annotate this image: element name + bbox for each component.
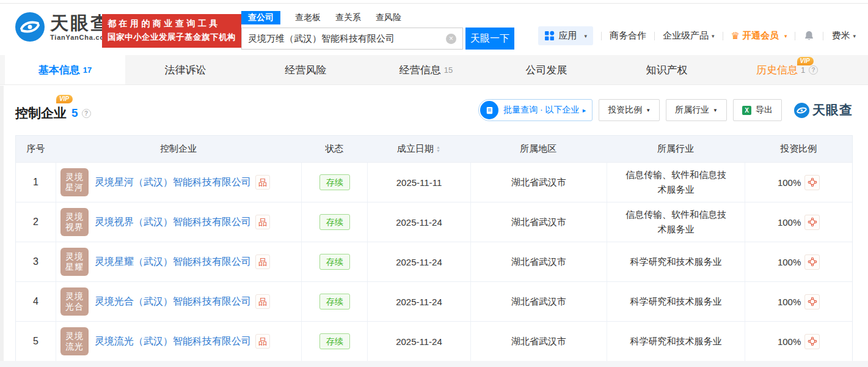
help-question-icon[interactable]: ?	[82, 109, 91, 118]
company-cell: 灵境星河 灵境星河（武汉）智能科技有限公司 品	[56, 163, 301, 202]
batch-query-button[interactable]: 批量查询 · 以下企业 ▸	[478, 99, 593, 121]
apps-label: 应用	[559, 30, 577, 42]
nav-divider	[723, 32, 723, 40]
nav-divider	[795, 32, 795, 40]
equity-penetration-icon[interactable]	[804, 294, 820, 310]
tianyancha-watermark-text: 天眼查	[812, 102, 853, 119]
equity-penetration-icon[interactable]	[804, 215, 820, 230]
col-header-ratio: 投资比例	[745, 136, 852, 162]
tianyancha-logo[interactable]: 天眼查 TianYanCha.com	[15, 12, 111, 42]
company-link[interactable]: 灵境视界（武汉）智能科技有限公司	[95, 216, 251, 229]
sort-icon[interactable]: ▲▼	[436, 146, 440, 153]
status-cell: 存续	[301, 163, 367, 202]
slogan-line1: 都在用的商业查询工具	[108, 18, 236, 29]
nav-item-cooperation[interactable]: 商务合作	[610, 30, 646, 42]
crown-icon: ♛	[731, 30, 740, 42]
search-tab-risk[interactable]: 查风险	[376, 12, 401, 23]
status-cell: 存续	[301, 282, 367, 321]
row-index: 2	[16, 202, 56, 242]
user-menu[interactable]: 费米 ▾	[831, 30, 856, 42]
export-button[interactable]: X 导出	[733, 99, 782, 121]
ratio-value: 100%	[778, 257, 801, 267]
org-chart-icon[interactable]: 品	[255, 175, 270, 190]
tab-basic-info[interactable]: 基本信息 17	[5, 55, 125, 84]
search-tab-relation[interactable]: 查关系	[335, 12, 361, 23]
date-cell: 2025-11-24	[367, 202, 470, 242]
tab-history-info[interactable]: VIP 历史信息 1 ?	[727, 55, 847, 84]
tab-count: 15	[444, 65, 453, 75]
col-header-industry: 所属行业	[607, 136, 745, 162]
search-tab-company[interactable]: 查公司	[241, 11, 280, 24]
company-cell: 灵境视界 灵境视界（武汉）智能科技有限公司 品	[56, 202, 301, 242]
tianyancha-watermark-icon	[794, 103, 809, 118]
excel-icon: X	[742, 106, 751, 115]
status-cell: 存续	[301, 202, 367, 242]
search-submit-button[interactable]: 天眼一下	[465, 28, 514, 50]
company-link[interactable]: 灵境光合（武汉）智能科技有限公司	[95, 295, 251, 308]
page-left-edge	[0, 86, 4, 367]
search-tabs: 查公司 查老板 查关系 查风险	[241, 10, 516, 24]
tab-label: 经营风险	[285, 63, 327, 77]
tab-intellectual-property[interactable]: 知识产权	[607, 55, 727, 84]
filter-label: 投资比例	[608, 105, 642, 116]
industry-filter[interactable]: 所属行业 ▼	[666, 99, 727, 121]
table-row: 1 灵境星河 灵境星河（武汉）智能科技有限公司 品 存续 2025-11-11 …	[16, 162, 852, 202]
table-header: 序号 控制企业 状态 成立日期 ▲▼ 所属地区 所属行业 投资比例	[16, 136, 852, 162]
ratio-cell: 100%	[745, 163, 852, 202]
company-link[interactable]: 灵境星河（武汉）智能科技有限公司	[95, 176, 251, 189]
vip-badge: VIP	[797, 57, 814, 65]
tab-operation-risk[interactable]: 经营风险	[246, 55, 366, 84]
equity-penetration-icon[interactable]	[804, 175, 820, 190]
industry-cell: 科学研究和技术服务业	[607, 282, 745, 321]
company-cell: 灵境星耀 灵境星耀（武汉）智能科技有限公司 品	[56, 242, 301, 281]
tab-legal-litigation[interactable]: 法律诉讼	[125, 55, 246, 84]
org-chart-icon[interactable]: 品	[255, 215, 270, 229]
chevron-down-icon: ▾	[853, 33, 856, 39]
membership-label: 开通会员	[742, 30, 779, 42]
org-chart-icon[interactable]: 品	[255, 254, 270, 269]
status-badge: 存续	[319, 333, 350, 349]
org-chart-icon[interactable]: 品	[255, 334, 270, 349]
clear-search-icon[interactable]: ×	[446, 34, 456, 44]
open-membership-button[interactable]: ♛ 开通会员 ▾	[731, 30, 787, 42]
company-link[interactable]: 灵境星耀（武汉）智能科技有限公司	[95, 256, 251, 269]
col-header-region: 所属地区	[470, 136, 607, 162]
enterprise-label: 企业级产品	[663, 30, 709, 42]
nav-item-enterprise[interactable]: 企业级产品 ▾	[663, 30, 715, 42]
industry-cell: 信息传输、软件和信息技术服务业	[607, 202, 745, 242]
equity-penetration-icon[interactable]	[804, 334, 820, 349]
col-header-status: 状态	[301, 136, 367, 162]
region-cell: 湖北省武汉市	[470, 242, 607, 281]
tab-company-development[interactable]: 公司发展	[486, 55, 607, 84]
search-input[interactable]	[242, 28, 443, 49]
arrow-right-icon: ▸	[583, 106, 586, 114]
help-question-icon[interactable]: ?	[809, 65, 818, 75]
apps-grid-icon	[544, 31, 555, 41]
site-header: 天眼查 TianYanCha.com 都在用的商业查询工具 国家中小企业发展子基…	[0, 4, 868, 55]
search-input-wrap: ×	[241, 28, 463, 50]
section-toolbar: 批量查询 · 以下企业 ▸ 投资比例 ▼ 所属行业 ▼ X 导出 天眼查	[478, 99, 853, 121]
company-avatar: 灵境星耀	[60, 248, 89, 276]
industry-cell: 科学研究和技术服务业	[607, 322, 745, 361]
chevron-down-icon: ▼	[713, 108, 718, 113]
date-cell: 2025-11-11	[367, 163, 470, 202]
investment-ratio-filter[interactable]: 投资比例 ▼	[599, 99, 660, 121]
notification-bell-icon[interactable]	[803, 30, 815, 42]
export-label: 导出	[756, 105, 773, 116]
company-tab-bar: 基本信息 17 法律诉讼 经营风险 经营信息 15 公司发展 知识产权 VIP …	[0, 55, 868, 85]
vip-badge: VIP	[56, 95, 73, 103]
filter-label: 所属行业	[675, 105, 709, 116]
ratio-value: 100%	[778, 217, 801, 228]
apps-menu-button[interactable]: 应用 ▾	[538, 26, 594, 45]
company-link[interactable]: 灵境流光（武汉）智能科技有限公司	[95, 335, 251, 348]
tab-operation-info[interactable]: 经营信息 15	[366, 55, 486, 84]
slogan-line2: 国家中小企业发展子基金旗下机构	[108, 32, 236, 43]
status-badge: 存续	[319, 214, 350, 230]
search-tab-boss[interactable]: 查老板	[295, 12, 321, 23]
company-avatar: 灵境星河	[60, 168, 89, 196]
table-row: 4 灵境光合 灵境光合（武汉）智能科技有限公司 品 存续 2025-11-24 …	[16, 281, 852, 321]
nav-divider	[654, 32, 655, 40]
equity-penetration-icon[interactable]	[804, 254, 820, 270]
col-header-date[interactable]: 成立日期 ▲▼	[367, 136, 470, 162]
org-chart-icon[interactable]: 品	[255, 294, 270, 309]
